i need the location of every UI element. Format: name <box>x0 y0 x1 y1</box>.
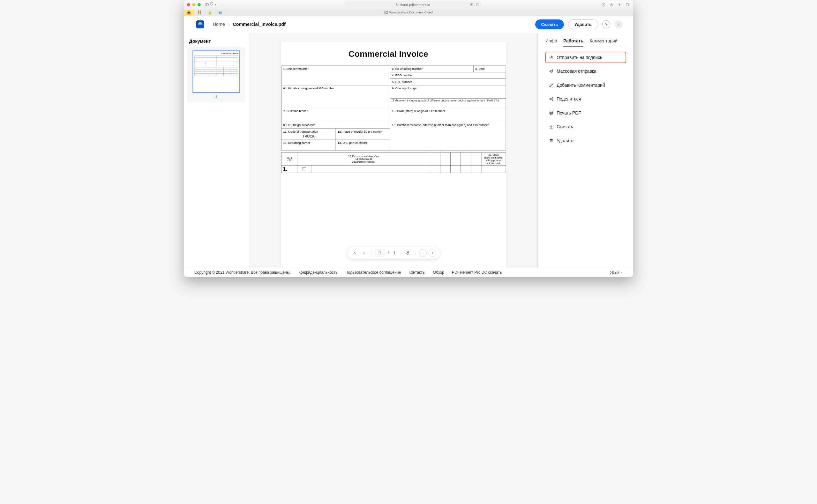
app-header: Home › Commercial_Invoice.pdf Скачать Уд… <box>184 16 633 33</box>
pinned-tab-1[interactable]: 📥 <box>184 10 194 15</box>
svg-text:A: A <box>473 4 474 6</box>
field-receipt: 12. Place of receipt by pre-carrier <box>336 129 390 140</box>
action-label: Массовая отправка <box>557 69 597 74</box>
chevron-down-icon <box>620 271 623 274</box>
download-icon <box>549 124 553 129</box>
action-share[interactable]: Поделиться <box>546 93 626 105</box>
chevron-right-icon: › <box>228 22 230 27</box>
document-title: Commercial Invoice <box>281 49 506 58</box>
tab-comment[interactable]: Комментарий <box>590 38 618 46</box>
tab-title-text: Wondershare Document Cloud <box>389 11 433 15</box>
pinned-tab-4[interactable]: ▤ <box>215 10 226 15</box>
active-tab[interactable]: P Wondershare Document Cloud <box>384 10 433 15</box>
right-panel: Инфо Работать Комментарий Отправить на п… <box>539 33 633 268</box>
tab-info[interactable]: Инфо <box>546 38 557 46</box>
field-ftz: 10. Point (state) of origin or FTZ numbe… <box>390 108 506 122</box>
new-tab-icon[interactable] <box>617 2 622 7</box>
pinned-tab-2[interactable]: 🧑‍🤝‍🧑 <box>194 10 205 15</box>
language-label: Язык <box>610 270 619 275</box>
zoom-out-icon[interactable] <box>419 249 427 257</box>
footer-terms[interactable]: Пользовательское соглашение <box>345 270 401 275</box>
action-label: Удалить <box>557 138 573 143</box>
copyright: Copyright © 2021 Wondershare. Все права … <box>194 270 291 275</box>
field-mode: 11. Mode of transportation <box>283 130 318 133</box>
document-viewer[interactable]: Commercial Invoice 1. Shipper/exporter 2… <box>249 33 539 268</box>
svg-rect-13 <box>626 4 628 6</box>
window-controls <box>187 3 201 6</box>
app-window: cloud.pdfelement.io 文A 📥 🧑‍🤝‍🧑 🍐 ▤ P Won… <box>184 0 633 277</box>
page-separator: / <box>388 251 389 255</box>
col-23: 23. Value ollars, omit cents) selling pr… <box>481 152 506 165</box>
item-row-1-num: 1. <box>281 165 297 173</box>
translate-icon[interactable]: 文A <box>471 3 474 6</box>
help-button[interactable]: ? <box>602 20 610 28</box>
downloads-icon[interactable] <box>601 2 606 7</box>
privacy-shield-icon[interactable] <box>209 1 214 6</box>
field-shipper: 1. Shipper/exporter <box>281 66 390 85</box>
footer-privacy[interactable]: Конфиденциальность <box>298 270 338 275</box>
action-label: Печать PDF <box>557 110 581 115</box>
share-icon[interactable] <box>609 2 614 7</box>
breadcrumb: Home › Commercial_Invoice.pdf <box>213 22 286 27</box>
lock-icon <box>395 3 398 6</box>
hand-tool-icon[interactable] <box>404 249 412 257</box>
tab-work[interactable]: Работать <box>563 38 583 46</box>
action-download[interactable]: Скачать <box>546 121 626 132</box>
page-total: 1 <box>392 251 397 255</box>
field-po: 5. P.O. number <box>390 79 506 85</box>
action-add-comment[interactable]: Добавить Комментарий <box>546 79 626 91</box>
edit-icon <box>549 83 553 87</box>
page-up-icon[interactable] <box>351 249 358 257</box>
delete-button[interactable]: Удалить <box>568 19 598 29</box>
download-button[interactable]: Скачать <box>535 19 564 29</box>
app-body: Документ Commercial Invoice 1 Commercial… <box>184 33 633 268</box>
footer-contacts[interactable]: Контакты <box>408 270 425 275</box>
user-avatar-icon[interactable] <box>615 20 623 28</box>
svg-line-22 <box>551 98 552 99</box>
footer-overview[interactable]: Обзор <box>433 270 444 275</box>
col-18: 18. Schedule B Classification number <box>352 158 375 163</box>
field-consignee: 6. Ultimate consignee and IRS number <box>281 85 390 108</box>
language-selector[interactable]: Язык <box>610 270 623 275</box>
footer-download[interactable]: PDFelement Pro DC скачать <box>452 270 502 275</box>
print-icon <box>549 111 553 115</box>
action-bulk-send[interactable]: Массовая отправка <box>546 65 626 77</box>
action-label: Добавить Комментарий <box>557 83 605 88</box>
field-date: 3. Date <box>473 66 506 72</box>
app-logo-icon[interactable] <box>196 20 204 28</box>
breadcrumb-filename: Commercial_Invoice.pdf <box>233 22 285 27</box>
svg-rect-0 <box>205 4 208 6</box>
field-port: 14. U.S. port of export <box>336 140 390 150</box>
forward-icon[interactable] <box>219 2 224 7</box>
action-print[interactable]: Печать PDF <box>546 107 626 119</box>
svg-text:文: 文 <box>471 4 472 5</box>
signature-icon <box>549 55 553 60</box>
minimize-window-icon[interactable] <box>192 3 195 6</box>
back-icon[interactable] <box>213 2 218 7</box>
page-thumbnail[interactable]: Commercial Invoice <box>193 50 240 93</box>
reload-icon[interactable] <box>476 3 479 6</box>
col-17: 17. Pieces, description of co <box>348 155 379 158</box>
action-delete[interactable]: Удалить <box>546 135 626 146</box>
page-input[interactable] <box>375 249 385 257</box>
tab-favicon-icon: P <box>384 11 388 14</box>
field-bol: 2. Bill of lading number <box>390 66 474 72</box>
field-pro: 4. PRO number <box>390 72 506 78</box>
action-send-for-signature[interactable]: Отправить на подпись <box>546 52 626 63</box>
breadcrumb-home[interactable]: Home <box>213 22 225 27</box>
zoom-in-icon[interactable] <box>429 249 436 257</box>
field-carrier: 13. Exporting carrier <box>281 140 336 150</box>
thumbnail-sidebar: Документ Commercial Invoice 1 <box>184 33 249 268</box>
address-bar[interactable]: cloud.pdfelement.io 文A <box>344 1 481 8</box>
maximize-window-icon[interactable] <box>197 3 201 6</box>
page-down-icon[interactable] <box>360 249 368 257</box>
close-window-icon[interactable] <box>187 3 190 6</box>
document-page: Commercial Invoice 1. Shipper/exporter 2… <box>281 42 506 267</box>
field-origin: 9. Country of origin <box>390 85 506 98</box>
field-mode-value: TRUCK <box>283 134 334 138</box>
tabs-overview-icon[interactable] <box>625 2 630 7</box>
sidebar-toggle-icon[interactable] <box>204 2 209 7</box>
field-purchaser: 15. Purchaser's name, address (if other … <box>390 122 506 151</box>
field-broker: 7. Customs broker <box>281 108 390 122</box>
pinned-tab-3[interactable]: 🍐 <box>205 10 215 15</box>
